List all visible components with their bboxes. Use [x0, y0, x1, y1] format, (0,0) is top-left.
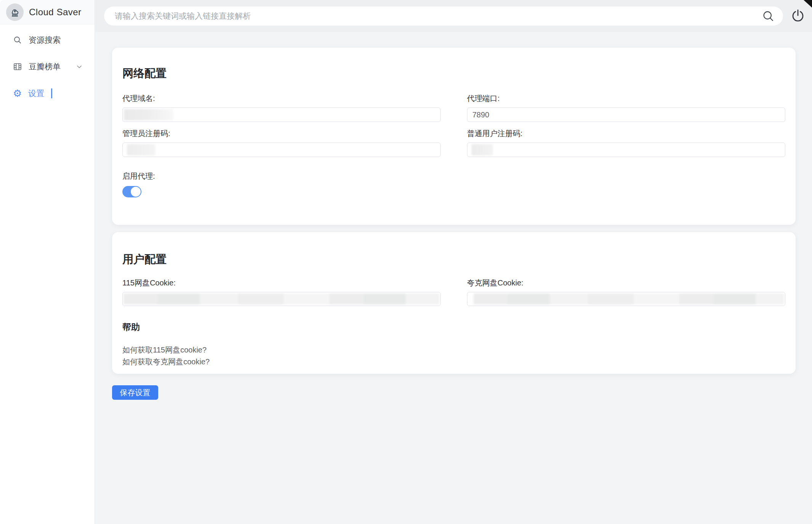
app-title: Cloud Saver	[29, 7, 82, 18]
logout-power-button[interactable]	[791, 9, 805, 23]
power-icon	[791, 9, 805, 23]
redacted-value	[124, 293, 440, 304]
sidebar-item-settings[interactable]: ⚙ 设置	[0, 82, 95, 105]
sidebar-item-resource-search[interactable]: 资源搜索	[0, 28, 95, 52]
network-config-card: 网络配置 代理域名: 代理端口: 7890 管理员注册码:	[112, 48, 796, 225]
help-link-quark-cookie[interactable]: 如何获取夸克网盘cookie?	[122, 356, 210, 368]
admin-code-field: 管理员注册码:	[122, 128, 441, 157]
topbar	[95, 0, 812, 32]
user-card-title: 用户配置	[122, 232, 785, 266]
help-link-115-cookie[interactable]: 如何获取115网盘cookie?	[122, 344, 207, 356]
proxy-domain-input[interactable]	[122, 107, 441, 122]
search-icon	[762, 10, 775, 22]
text-caret	[51, 88, 52, 98]
search-button[interactable]	[762, 10, 775, 22]
cookie-quark-label: 夸克网盘Cookie:	[467, 277, 785, 288]
sidebar-item-label: 豆瓣榜单	[29, 61, 61, 72]
network-card-title: 网络配置	[122, 48, 785, 80]
app-logo-header: Cloud Saver	[0, 0, 95, 24]
proxy-port-label: 代理端口:	[467, 93, 785, 104]
cloud-upload-logo-icon	[9, 6, 21, 18]
user-code-field: 普通用户注册码:	[467, 128, 785, 157]
user-code-input[interactable]	[467, 143, 785, 157]
proxy-port-value: 7890	[472, 111, 489, 119]
admin-code-label: 管理员注册码:	[122, 128, 441, 139]
search-bar	[104, 6, 783, 26]
settings-page: 网络配置 代理域名: 代理端口: 7890 管理员注册码:	[95, 32, 812, 524]
enable-proxy-field: 启用代理:	[122, 171, 785, 197]
gear-icon: ⚙	[13, 88, 22, 98]
proxy-domain-field: 代理域名:	[122, 93, 441, 122]
admin-code-input[interactable]	[122, 143, 441, 157]
cookie-115-input[interactable]	[122, 292, 441, 306]
user-config-card: 用户配置 115网盘Cookie: 夸克网盘Cookie: 帮助 如何获取115…	[112, 232, 796, 374]
save-settings-button[interactable]: 保存设置	[112, 385, 158, 400]
proxy-port-input[interactable]: 7890	[467, 107, 785, 122]
sidebar-item-label: 资源搜索	[29, 35, 61, 45]
cookie-115-field: 115网盘Cookie:	[122, 277, 441, 306]
sidebar: Cloud Saver 资源搜索 豆瓣榜单	[0, 0, 95, 524]
proxy-port-field: 代理端口: 7890	[467, 93, 785, 122]
search-input[interactable]	[115, 11, 762, 21]
cookie-quark-input[interactable]	[467, 292, 785, 306]
redacted-value	[472, 144, 493, 155]
sidebar-menu: 资源搜索 豆瓣榜单 ⚙ 设置	[0, 24, 95, 105]
redacted-value	[124, 109, 173, 120]
sidebar-item-label: 设置	[28, 88, 44, 99]
user-code-label: 普通用户注册码:	[467, 128, 785, 139]
toggle-knob	[131, 187, 141, 197]
sidebar-item-douban-rankings[interactable]: 豆瓣榜单	[0, 55, 95, 79]
cookie-quark-field: 夸克网盘Cookie:	[467, 277, 785, 306]
chevron-down-icon	[75, 63, 83, 71]
redacted-value	[473, 293, 784, 304]
help-links: 如何获取115网盘cookie? 如何获取夸克网盘cookie?	[122, 344, 785, 368]
redacted-value	[127, 144, 155, 155]
help-title: 帮助	[122, 322, 785, 332]
cookie-115-label: 115网盘Cookie:	[122, 277, 441, 288]
enable-proxy-toggle[interactable]	[122, 186, 141, 197]
search-icon	[13, 35, 22, 45]
app-logo	[6, 3, 24, 21]
proxy-domain-label: 代理域名:	[122, 93, 441, 104]
enable-proxy-label: 启用代理:	[122, 171, 785, 181]
film-grid-icon	[13, 62, 22, 71]
